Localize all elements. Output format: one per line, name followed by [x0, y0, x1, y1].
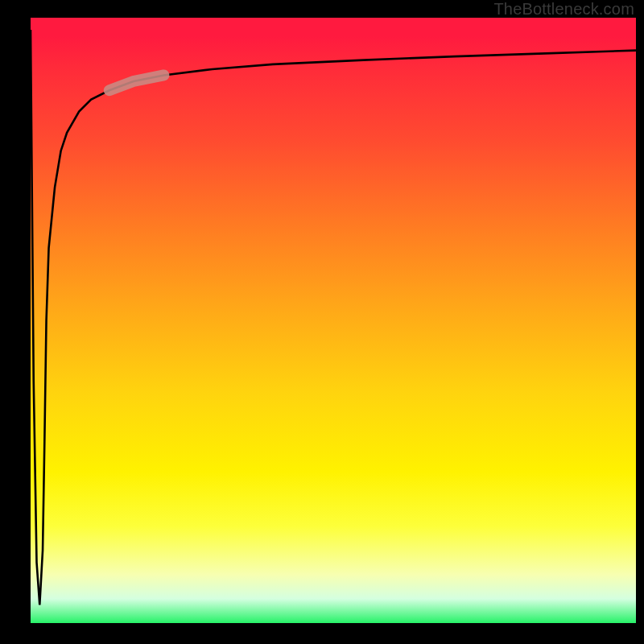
plot-area [31, 18, 636, 623]
chart-stage: TheBottleneck.com [0, 0, 644, 644]
watermark-text: TheBottleneck.com [493, 0, 634, 19]
